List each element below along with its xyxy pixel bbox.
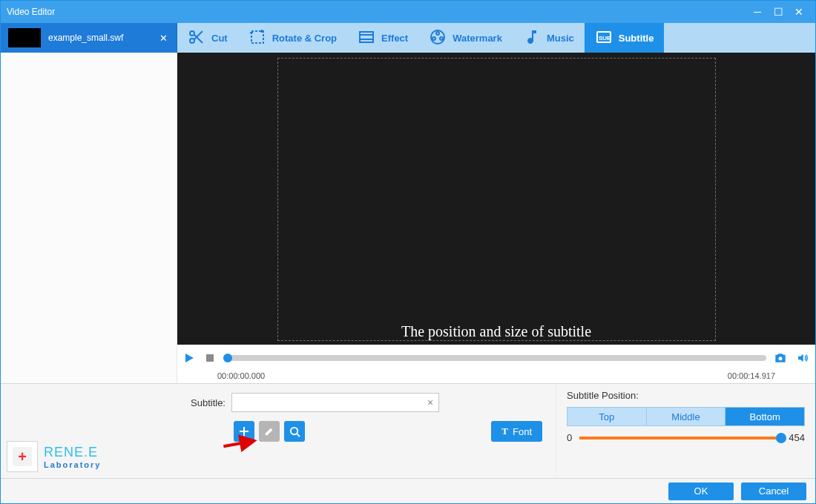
tab-cut[interactable]: Cut (177, 23, 238, 53)
tab-label: Effect (381, 33, 408, 44)
slider-thumb[interactable] (776, 433, 786, 443)
seek-thumb[interactable] (223, 354, 232, 362)
maximize-button[interactable]: ☐ (768, 6, 789, 18)
selection-rect[interactable] (277, 58, 716, 341)
seek-bar[interactable] (223, 355, 766, 361)
position-slider[interactable] (579, 437, 781, 440)
toolbar-row: example_small.swf ✕ Cut Rotate & Crop Ef… (1, 23, 815, 53)
tab-effect[interactable]: Effect (347, 23, 418, 53)
svg-point-6 (432, 37, 435, 40)
font-button-label: Font (513, 426, 532, 437)
snapshot-button[interactable] (772, 350, 789, 366)
position-middle[interactable]: Middle (647, 408, 726, 425)
search-subtitle-button[interactable] (284, 421, 305, 442)
text-icon: T (501, 425, 508, 437)
svg-point-5 (436, 32, 439, 35)
scissors-icon (188, 28, 205, 48)
video-editor-window: Video Editor ─ ☐ ✕ example_small.swf ✕ C… (0, 0, 816, 504)
titlebar: Video Editor ─ ☐ ✕ (1, 1, 815, 23)
position-panel: Subtitle Position: Top Middle Bottom 0 4… (556, 384, 815, 478)
slider-min: 0 (567, 432, 572, 443)
brand-area: + RENE.E Laboratory (1, 384, 177, 478)
ok-button[interactable]: OK (668, 483, 734, 500)
logo-badge: + (7, 441, 38, 472)
stop-button[interactable] (203, 351, 217, 365)
tab-label: Watermark (453, 33, 502, 44)
crop-icon (249, 28, 266, 48)
subtitle-input[interactable] (231, 393, 439, 412)
svg-rect-10 (206, 354, 214, 362)
tab-watermark[interactable]: Watermark (418, 23, 513, 53)
tab-rotate-crop[interactable]: Rotate & Crop (238, 23, 347, 53)
time-start: 00:00:00.000 (217, 371, 265, 383)
minimize-button[interactable]: ─ (747, 6, 768, 18)
player-controls (177, 345, 815, 371)
file-thumbnail (8, 28, 41, 47)
subtitle-form: Subtitle: × T Font (177, 384, 556, 478)
sidebar (1, 53, 177, 383)
position-top[interactable]: Top (567, 408, 647, 425)
cancel-button[interactable]: Cancel (741, 483, 806, 500)
tool-tabs: Cut Rotate & Crop Effect Watermark Music… (177, 23, 815, 53)
volume-button[interactable] (794, 350, 811, 366)
svg-rect-3 (360, 32, 373, 42)
brand-logo: + RENE.E Laboratory (7, 441, 171, 472)
tab-label: Rotate & Crop (272, 33, 337, 44)
film-icon (358, 28, 375, 48)
brand-sub: Laboratory (44, 460, 101, 469)
close-file-button[interactable]: ✕ (157, 33, 169, 44)
time-end: 00:00:14.917 (728, 371, 775, 383)
svg-rect-2 (251, 31, 263, 43)
time-row: 00:00:00.000 00:00:14.917 (177, 371, 815, 383)
music-note-icon (523, 28, 541, 48)
bottom-panel: + RENE.E Laboratory Subtitle: × (1, 383, 815, 478)
file-name: example_small.swf (48, 33, 150, 43)
svg-text:SUB: SUB (599, 35, 611, 42)
play-button[interactable] (182, 351, 197, 365)
close-window-button[interactable]: ✕ (789, 6, 809, 18)
tab-subtitle[interactable]: SUB Subtitle (585, 23, 665, 53)
file-tab[interactable]: example_small.swf ✕ (1, 23, 177, 53)
subtitle-icon: SUB (595, 28, 613, 48)
footer: OK Cancel (1, 478, 815, 503)
position-segmented: Top Middle Bottom (567, 407, 805, 426)
brand-name: RENE.E (44, 445, 101, 460)
video-preview: The position and size of subtitle (177, 53, 815, 345)
add-subtitle-button[interactable] (234, 421, 254, 442)
tab-music[interactable]: Music (513, 23, 585, 53)
position-bottom[interactable]: Bottom (725, 408, 804, 425)
tab-label: Subtitle (619, 33, 654, 44)
svg-point-12 (290, 427, 297, 434)
font-button[interactable]: T Font (491, 421, 542, 442)
tab-label: Music (547, 33, 574, 44)
plus-icon: + (13, 447, 32, 466)
position-header: Subtitle Position: (567, 390, 805, 401)
subtitle-preview-text: The position and size of subtitle (177, 323, 815, 340)
right-column: The position and size of subtitle 00:00:… (177, 53, 815, 383)
main-row: The position and size of subtitle 00:00:… (1, 53, 815, 383)
svg-point-7 (440, 37, 443, 40)
edit-subtitle-button[interactable] (259, 421, 280, 442)
subtitle-field-label: Subtitle: (191, 397, 226, 408)
slider-value: 454 (789, 432, 805, 443)
window-title: Video Editor (7, 7, 55, 17)
reel-icon (429, 28, 447, 48)
tab-label: Cut (211, 33, 228, 44)
slider-fill (579, 437, 781, 440)
svg-point-11 (779, 357, 783, 360)
position-slider-row: 0 454 (567, 432, 805, 443)
